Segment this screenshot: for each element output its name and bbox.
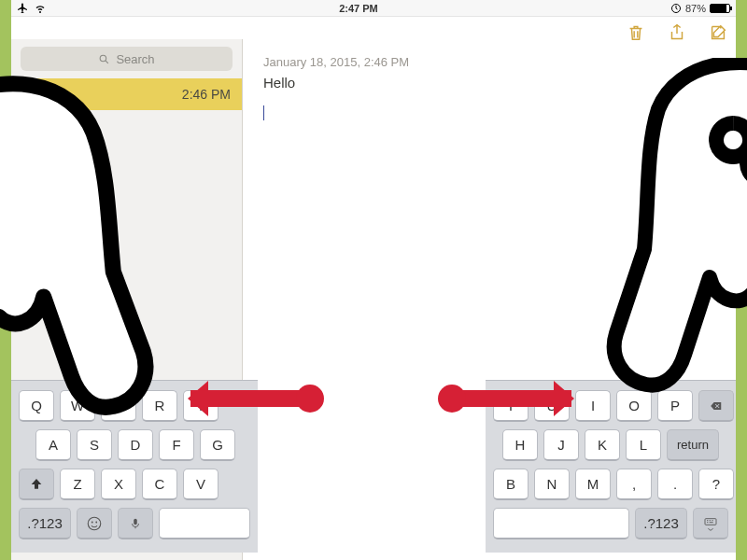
key-m[interactable]: M [575, 469, 611, 500]
hide-keyboard-key[interactable] [693, 508, 728, 539]
note-body: Hello [263, 75, 725, 91]
status-bar: 2:47 PM 87% [11, 0, 736, 17]
key-l[interactable]: L [626, 429, 661, 461]
key-b[interactable]: B [493, 469, 529, 500]
compose-icon[interactable] [708, 22, 728, 43]
key-c[interactable]: C [142, 469, 177, 500]
svg-rect-5 [134, 518, 137, 524]
swipe-arrow-left [190, 390, 316, 407]
search-icon [98, 53, 110, 65]
svg-point-3 [92, 521, 93, 523]
note-editor[interactable]: January 18, 2015, 2:46 PM Hello [252, 51, 736, 124]
key-f[interactable]: F [159, 429, 194, 461]
key-p[interactable]: P [657, 390, 693, 422]
shift-key[interactable] [19, 469, 54, 500]
key-h[interactable]: H [502, 429, 538, 461]
key-d[interactable]: D [118, 429, 153, 461]
key-x[interactable]: X [101, 469, 136, 500]
key-o[interactable]: O [616, 390, 652, 422]
note-title: Hello [22, 87, 52, 102]
battery-percent: 87% [685, 3, 706, 14]
key-a[interactable]: A [35, 429, 71, 461]
key-comma[interactable]: , [616, 469, 652, 500]
backspace-key[interactable] [698, 390, 734, 422]
airplane-mode-icon [17, 3, 28, 14]
note-row[interactable]: Hello 2:46 PM [11, 78, 242, 110]
key-k[interactable]: K [585, 429, 620, 461]
note-timestamp: January 18, 2015, 2:46 PM [263, 55, 725, 69]
search-placeholder: Search [116, 52, 154, 66]
svg-point-1 [101, 55, 107, 61]
tutorial-stamp: H [677, 119, 747, 221]
page-border-left [0, 0, 11, 560]
key-n[interactable]: N [534, 469, 570, 500]
key-s[interactable]: S [77, 429, 112, 461]
space-key-left[interactable] [159, 508, 250, 539]
emoji-icon [86, 515, 103, 532]
search-field[interactable]: Search [21, 47, 233, 71]
note-time: 2:46 PM [182, 87, 231, 102]
ipad-screen: 2:47 PM 87% Search Hello 2:46 PM [11, 0, 736, 560]
key-g[interactable]: G [200, 429, 235, 461]
key-v[interactable]: V [183, 469, 218, 500]
mic-icon [129, 515, 142, 532]
key-z[interactable]: Z [60, 469, 95, 500]
key-w[interactable]: W [60, 390, 95, 422]
status-time: 2:47 PM [47, 3, 670, 14]
trash-icon[interactable] [626, 22, 646, 43]
mic-key[interactable] [118, 508, 153, 539]
svg-point-2 [88, 517, 101, 530]
page-border-right [736, 0, 747, 560]
shift-icon [29, 477, 44, 492]
svg-point-4 [95, 521, 97, 523]
numbers-key-right[interactable]: .?123 [635, 508, 687, 539]
wifi-icon [34, 3, 47, 14]
key-q[interactable]: Q [19, 390, 54, 422]
hide-keyboard-icon [701, 516, 720, 531]
backspace-icon [707, 399, 726, 413]
editor-toolbar [626, 22, 728, 43]
return-key[interactable]: return [667, 429, 719, 461]
key-e[interactable]: E [101, 390, 136, 422]
swipe-arrow-right [446, 390, 571, 407]
text-cursor [263, 105, 264, 120]
key-j[interactable]: J [543, 429, 579, 461]
orientation-lock-icon [670, 3, 682, 14]
key-question[interactable]: ? [698, 469, 734, 500]
share-icon[interactable] [667, 22, 687, 43]
svg-rect-6 [705, 518, 716, 525]
battery-icon [710, 4, 730, 13]
space-key-right[interactable] [493, 508, 629, 539]
emoji-key[interactable] [77, 508, 112, 539]
key-period[interactable]: . [657, 469, 693, 500]
numbers-key[interactable]: .?123 [19, 508, 71, 539]
